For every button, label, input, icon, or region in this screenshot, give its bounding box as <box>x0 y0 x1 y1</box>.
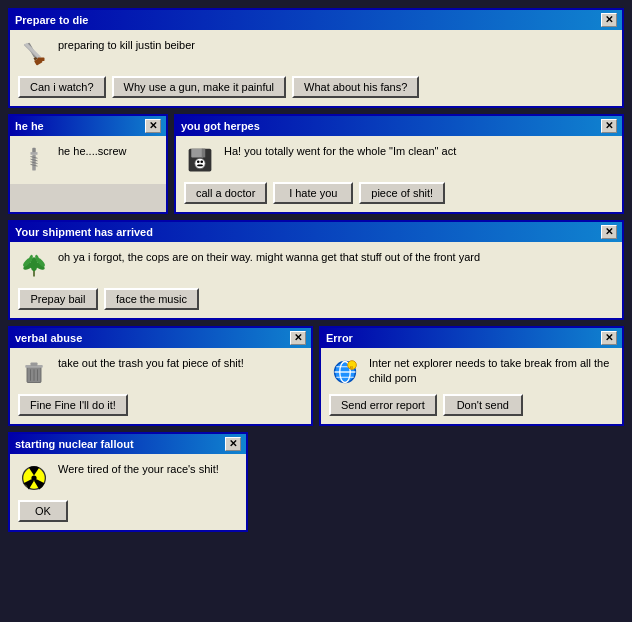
window-shipment: Your shipment has arrived ✕ <box>8 220 624 320</box>
content-hehe: he he....screw <box>18 144 158 176</box>
row-bottom: verbal abuse ✕ take out the trash you <box>8 326 624 426</box>
body-verbal: take out the trash you fat piece of shit… <box>10 348 311 424</box>
body-shipment: oh ya i forgot, the cops are on their wa… <box>10 242 622 318</box>
text-herpes: Ha! you totally went for the whole "Im c… <box>224 144 614 159</box>
svg-rect-7 <box>31 152 38 155</box>
content-nuclear: Were tired of the your race's shit! <box>18 462 238 494</box>
buttons-error: Send error report Don't send <box>329 394 614 416</box>
title-verbal: verbal abuse <box>15 332 82 344</box>
window-hehe: he he ✕ he he....screw <box>8 114 168 214</box>
close-nuclear[interactable]: ✕ <box>225 437 241 451</box>
trash-icon <box>18 356 50 388</box>
window-herpes: you got herpes ✕ <box>174 114 624 214</box>
nuclear-icon <box>18 462 50 494</box>
svg-marker-4 <box>24 43 41 60</box>
buttons-shipment: Prepay bail face the music <box>18 288 614 310</box>
btn-dont-send[interactable]: Don't send <box>443 394 523 416</box>
text-shipment: oh ya i forgot, the cops are on their wa… <box>58 250 614 265</box>
title-bar-prepare: Prepare to die ✕ <box>10 10 622 30</box>
window-verbal: verbal abuse ✕ take out the trash you <box>8 326 313 426</box>
buttons-herpes: call a doctor I hate you piece of shit! <box>184 182 614 204</box>
title-shipment: Your shipment has arrived <box>15 226 153 238</box>
body-prepare: preparing to kill justin beiber Can i wa… <box>10 30 622 106</box>
title-bar-error: Error ✕ <box>321 328 622 348</box>
body-herpes: Ha! you totally went for the whole "Im c… <box>176 136 622 212</box>
title-hehe: he he <box>15 120 44 132</box>
content-error: e Inter net explorer needs to take break… <box>329 356 614 388</box>
title-prepare: Prepare to die <box>15 14 88 26</box>
knife-icon <box>18 38 50 70</box>
btn-face-music[interactable]: face the music <box>104 288 199 310</box>
svg-rect-14 <box>191 149 203 158</box>
ie-icon: e <box>329 356 361 388</box>
btn-piece-of-shit[interactable]: piece of shit! <box>359 182 445 204</box>
svg-point-17 <box>197 160 200 163</box>
close-herpes[interactable]: ✕ <box>601 119 617 133</box>
svg-point-18 <box>200 160 203 163</box>
btn-prepay-bail[interactable]: Prepay bail <box>18 288 98 310</box>
buttons-nuclear: OK <box>18 500 238 522</box>
svg-rect-19 <box>197 164 202 166</box>
window-prepare-to-die: Prepare to die ✕ preparing to kill justi… <box>8 8 624 108</box>
btn-hate-you[interactable]: I hate you <box>273 182 353 204</box>
row-two: he he ✕ he he....screw <box>8 114 624 214</box>
title-bar-nuclear: starting nuclear fallout ✕ <box>10 434 246 454</box>
title-bar-hehe: he he ✕ <box>10 116 166 136</box>
content-verbal: take out the trash you fat piece of shit… <box>18 356 303 388</box>
svg-rect-5 <box>38 58 45 62</box>
close-hehe[interactable]: ✕ <box>145 119 161 133</box>
title-bar-shipment: Your shipment has arrived ✕ <box>10 222 622 242</box>
close-error[interactable]: ✕ <box>601 331 617 345</box>
svg-rect-35 <box>31 362 38 366</box>
title-nuclear: starting nuclear fallout <box>15 438 134 450</box>
cannabis-icon <box>18 250 50 282</box>
title-bar-herpes: you got herpes ✕ <box>176 116 622 136</box>
text-nuclear: Were tired of the your race's shit! <box>58 462 238 477</box>
floppy-skull-icon <box>184 144 216 176</box>
screw-icon <box>18 144 50 176</box>
body-error: e Inter net explorer needs to take break… <box>321 348 622 424</box>
window-nuclear: starting nuclear fallout ✕ Were tired of… <box>8 432 248 532</box>
btn-why-gun[interactable]: Why use a gun, make it painful <box>112 76 286 98</box>
text-prepare: preparing to kill justin beiber <box>58 38 614 53</box>
content-shipment: oh ya i forgot, the cops are on their wa… <box>18 250 614 282</box>
btn-send-error[interactable]: Send error report <box>329 394 437 416</box>
text-verbal: take out the trash you fat piece of shit… <box>58 356 303 371</box>
buttons-verbal: Fine Fine I'll do it! <box>18 394 303 416</box>
btn-ok-nuclear[interactable]: OK <box>18 500 68 522</box>
content-herpes: Ha! you totally went for the whole "Im c… <box>184 144 614 176</box>
close-verbal[interactable]: ✕ <box>290 331 306 345</box>
close-prepare[interactable]: ✕ <box>601 13 617 27</box>
title-error: Error <box>326 332 353 344</box>
btn-fine-do-it[interactable]: Fine Fine I'll do it! <box>18 394 128 416</box>
body-nuclear: Were tired of the your race's shit! OK <box>10 454 246 530</box>
buttons-prepare: Can i watch? Why use a gun, make it pain… <box>18 76 614 98</box>
btn-his-fans[interactable]: What about his fans? <box>292 76 419 98</box>
text-error: Inter net explorer needs to take break f… <box>369 356 614 387</box>
text-hehe: he he....screw <box>58 144 158 159</box>
btn-call-doctor[interactable]: call a doctor <box>184 182 267 204</box>
svg-point-16 <box>195 158 206 169</box>
window-error: Error ✕ e Inter net explorer needs to t <box>319 326 624 426</box>
body-hehe: he he....screw <box>10 136 166 184</box>
content-row-prepare: preparing to kill justin beiber <box>18 38 614 70</box>
btn-can-i-watch[interactable]: Can i watch? <box>18 76 106 98</box>
svg-text:e: e <box>350 363 354 370</box>
title-bar-verbal: verbal abuse ✕ <box>10 328 311 348</box>
title-herpes: you got herpes <box>181 120 260 132</box>
svg-rect-15 <box>202 149 206 158</box>
close-shipment[interactable]: ✕ <box>601 225 617 239</box>
